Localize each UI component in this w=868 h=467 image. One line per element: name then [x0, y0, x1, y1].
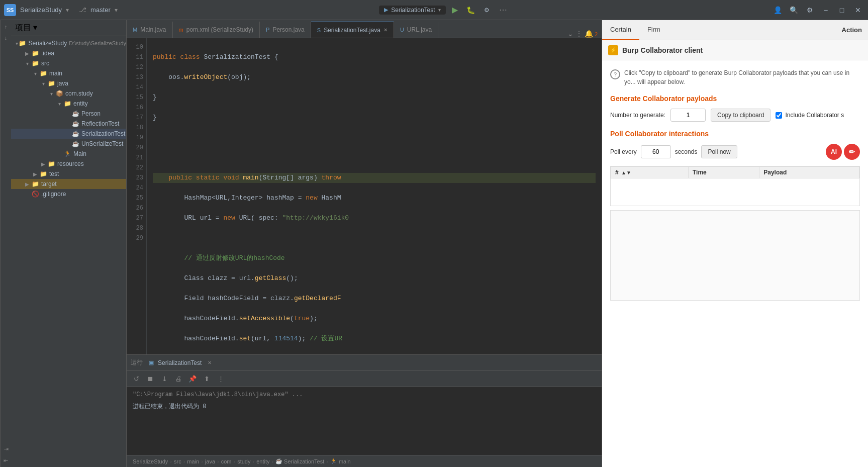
run-tab-close[interactable]: ✕ [208, 360, 212, 365]
breadcrumb-study[interactable]: study [237, 458, 250, 464]
breadcrumb-main[interactable]: main [187, 458, 199, 464]
settings-button[interactable]: ⚙ [804, 4, 816, 16]
code-line-20: // 通过反射修改URL的hashCode [153, 253, 596, 263]
restore-button[interactable]: ⬆ [201, 373, 212, 385]
poll-now-button[interactable]: Poll now [701, 145, 737, 158]
run-config-dropdown[interactable]: ▾ [438, 7, 441, 13]
include-checkbox-label[interactable]: Include Collaborator s [776, 112, 844, 119]
tab-close-serialization[interactable]: ✕ [383, 27, 388, 33]
tab-more-button[interactable]: ⋮ [575, 30, 583, 38]
tree-label-gitignore: .gitignore [41, 191, 66, 198]
number-input[interactable] [670, 109, 706, 122]
run-tab[interactable]: 运行 [131, 358, 143, 367]
branch-name[interactable]: master [90, 6, 111, 14]
copy-to-clipboard-button[interactable]: Copy to clipboard [711, 109, 770, 122]
resources-folder-icon: 📁 [47, 160, 55, 168]
tree-label-serializationtest: SerializationTest [81, 130, 125, 137]
tree-item-gitignore[interactable]: ▶ 🚫 .gitignore [11, 189, 126, 199]
tree-item-comstudy[interactable]: ▾ 📦 com.study [11, 88, 126, 99]
code-lines[interactable]: public class SerializationTest { oos.wri… [147, 38, 602, 354]
project-dropdown-icon[interactable]: ▾ [66, 7, 69, 14]
ai-button[interactable]: AI [826, 144, 842, 160]
code-editor[interactable]: 10 11 12 13 14 15 16 17 18 19 20 21 22 2… [127, 38, 602, 354]
tree-item-reflectiontest[interactable]: ▶ ☕ ReflectionTest [11, 119, 126, 129]
tree-item-resources[interactable]: ▶ 📁 resources [11, 159, 126, 169]
tree-item-test[interactable]: ▶ 📁 test [11, 169, 126, 179]
coverage-button[interactable]: ⚙ [480, 3, 494, 17]
branch-dropdown-icon[interactable]: ▾ [115, 7, 118, 14]
tree-item-main[interactable]: ▾ 📁 main [11, 68, 126, 78]
project-name[interactable]: SerializeStudy [20, 6, 62, 14]
reflection-java-icon: ☕ [71, 120, 79, 128]
breadcrumb-serializestudy[interactable]: SerializeStudy [133, 458, 168, 464]
breadcrumb-java[interactable]: java [205, 458, 215, 464]
tree-arrow-entity: ▾ [55, 101, 63, 107]
tree-item-main-java[interactable]: ▶ 🏃 Main [11, 149, 126, 159]
tree-label-comstudy: com.study [65, 90, 93, 97]
tree-item-idea[interactable]: ▶ 📁 .idea [11, 48, 126, 58]
stop-button[interactable]: ⏹ [145, 373, 156, 385]
tree-item-person[interactable]: ▶ ☕ Person [11, 109, 126, 119]
include-checkbox[interactable] [776, 112, 782, 119]
burp-panel-title: Burp Collaborator client [622, 46, 703, 54]
edit-button[interactable]: ✏ [844, 144, 860, 160]
action-tab-certain[interactable]: Certain [602, 20, 639, 40]
close-button[interactable]: ✕ [852, 4, 864, 16]
print-button[interactable]: 🖨 [173, 373, 184, 385]
add-profile-button[interactable]: 👤 [771, 4, 784, 16]
scroll-to-end-button[interactable]: ⤓ [159, 373, 170, 385]
tree-item-src[interactable]: ▾ 📁 src [11, 58, 126, 68]
title-bar-right: 👤 🔍 ⚙ − □ ✕ [771, 4, 864, 16]
scroll-down-icon[interactable]: ↓ [2, 33, 11, 42]
gitignore-icon: 🚫 [31, 190, 39, 198]
interactions-table: # ▲▼ Time Payload [611, 166, 859, 178]
more-run-button[interactable]: ⋯ [496, 3, 510, 17]
tab-url-java[interactable]: U URL.java [394, 22, 438, 38]
tree-item-target[interactable]: ▶ 📁 target [11, 179, 126, 189]
tab-label-serialization: SerializationTest.java [324, 27, 380, 34]
more-tool-button[interactable]: ⋮ [215, 373, 226, 385]
tab-person-java[interactable]: P Person.java [260, 22, 311, 38]
breadcrumb-class[interactable]: SerializationTest [284, 458, 324, 464]
rerun-button[interactable]: ↺ [131, 373, 142, 385]
burp-panel-body: ? Click "Copy to clipboard" to generate … [602, 60, 868, 467]
minimize-button[interactable]: − [820, 4, 832, 16]
run-config-selector[interactable]: ▶ SerializationTest ▾ [379, 6, 445, 15]
tree-label-entity: entity [73, 100, 88, 107]
sidebar-header[interactable]: 项目 ▾ [11, 20, 126, 36]
tree-item-unserializetest[interactable]: ▶ ☕ UnSerializeTest [11, 139, 126, 149]
breadcrumb-com[interactable]: com [221, 458, 232, 464]
tab-main-java[interactable]: M Main.java [127, 22, 173, 38]
tab-dropdown-button[interactable]: ⌄ [567, 30, 573, 38]
tab-label-url: URL.java [407, 26, 432, 33]
poll-unit: seconds [675, 148, 698, 155]
indent-left-icon[interactable]: ⇤ [2, 445, 11, 454]
tree-label-java: java [57, 80, 68, 87]
breadcrumb: SerializeStudy › src › main › java › com… [127, 455, 602, 467]
notifications-button[interactable]: 🔔 2 [585, 30, 598, 38]
tree-item-serializestudy[interactable]: ▾ 📁 SerializeStudy D:\study\SerializeStu… [11, 38, 126, 48]
pin-button[interactable]: 📌 [187, 373, 198, 385]
maximize-button[interactable]: □ [836, 4, 848, 16]
debug-button[interactable]: 🐛 [464, 3, 478, 17]
tree-item-java[interactable]: ▾ 📁 java [11, 78, 126, 88]
exit-message: 进程已结束，退出代码为 0 [133, 402, 596, 411]
scroll-up-icon[interactable]: ↑ [2, 22, 11, 31]
action-tab-firm[interactable]: Firm [639, 20, 668, 40]
poll-interval-input[interactable] [641, 145, 671, 158]
breadcrumb-entity[interactable]: entity [256, 458, 269, 464]
generate-title: Generate Collaborator payloads [610, 95, 860, 103]
poll-label: Poll every [610, 148, 637, 155]
serialization-run-tab[interactable]: ▣ SerializationTest ✕ [149, 359, 212, 366]
tree-item-entity[interactable]: ▾ 📁 entity [11, 99, 126, 109]
run-button[interactable]: ▶ [448, 3, 462, 17]
indent-right-icon[interactable]: ⇤ [2, 456, 11, 465]
tab-pom-xml[interactable]: m pom.xml (SerializeStudy) [173, 22, 260, 38]
search-button[interactable]: 🔍 [788, 4, 800, 16]
tab-serialization-java[interactable]: S SerializationTest.java ✕ [311, 22, 394, 38]
breadcrumb-src[interactable]: src [174, 458, 181, 464]
breadcrumb-method[interactable]: main [339, 458, 351, 464]
interactions-table-area: # ▲▼ Time Payload [610, 166, 860, 206]
code-line-23: hashCodeField.setAccessible(true); [153, 314, 596, 324]
tree-item-serializationtest[interactable]: ▶ ☕ SerializationTest [11, 129, 126, 139]
